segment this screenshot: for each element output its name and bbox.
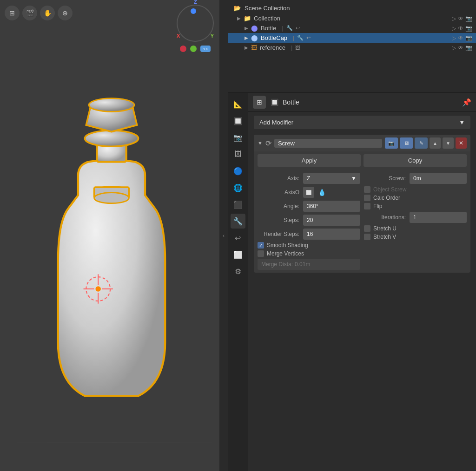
axiso-icon[interactable]: ⬜ — [303, 187, 314, 198]
steps-input[interactable]: 20 — [303, 215, 360, 226]
modifier-move-down-btn[interactable]: ▼ — [443, 137, 454, 149]
merge-dista-label: Merge Dista: — [261, 261, 293, 268]
sidebar-icon-shader[interactable]: ⚙ — [231, 264, 245, 279]
collection-label: Collection — [254, 15, 280, 22]
svg-point-1 — [85, 131, 138, 147]
props-mode-dropdown[interactable]: ⊞ — [253, 96, 266, 109]
bottlecap-icon: ⬤ — [251, 34, 258, 41]
sidebar-icon-modifiers[interactable]: 🔧 — [231, 214, 245, 229]
add-modifier-label: Add Modifier — [259, 119, 293, 126]
bottle-curve-icon: ↩ — [296, 25, 300, 31]
dot-yx: YX — [200, 46, 211, 52]
object-screw-label: Object Screw — [373, 186, 406, 193]
axis-z-label: Z — [194, 0, 197, 5]
bottlecap-label: BottleCap — [261, 34, 287, 41]
screw-field-row: Screw: 0m — [364, 172, 467, 184]
sidebar-icon-scene[interactable]: 📐 — [231, 97, 245, 111]
outliner-item-reference[interactable]: ▶ 🖼 reference | 🖼 ▷ 👁 📷 — [228, 43, 476, 52]
stretch-u-checkbox[interactable] — [364, 225, 370, 232]
outliner-item-bottle[interactable]: ▶ ⬤ Bottle | 🔧 ↩ ▷ 👁 📷 — [228, 23, 476, 33]
copy-button[interactable]: Copy — [364, 154, 467, 167]
flip-checkbox[interactable] — [364, 203, 370, 209]
props-sidebar: 📐 🔲 📷 🖼 🔵 🌐 ⬛ 🔧 ↩ ⬜ ⚙ — [228, 93, 248, 471]
angle-input[interactable]: 360° — [303, 201, 360, 212]
svg-point-5 — [94, 193, 129, 203]
calc-order-label: Calc Order — [373, 195, 400, 201]
modifier-name-field[interactable]: Screw — [274, 139, 382, 148]
gizmo-blue-indicator — [191, 8, 196, 14]
props-object-icon: 🔲 — [269, 97, 280, 108]
stretch-u-label: Stretch U — [373, 225, 397, 232]
collection-select-icon: ▷ — [452, 15, 456, 22]
sidebar-icon-world[interactable]: 🌐 — [231, 180, 245, 195]
sidebar-icon-constraints[interactable]: ↩ — [231, 230, 245, 245]
modifier-edit-btn[interactable]: ✎ — [415, 137, 428, 149]
modifier-two-col: Axis: Z ▼ AxisO ⬜ — [258, 172, 467, 270]
sidebar-icon-particles[interactable]: ⬛ — [231, 197, 245, 212]
axis-dropdown[interactable]: Z ▼ — [303, 173, 360, 184]
flip-label: Flip — [373, 203, 382, 209]
smooth-shading-row[interactable]: ✓ Smooth Shading — [258, 242, 360, 249]
collection-view-icon: 👁 — [458, 15, 463, 22]
modifier-viewport-btn[interactable]: 🖥 — [400, 137, 413, 149]
sidebar-icon-image[interactable]: 🖼 — [231, 147, 245, 162]
sidebar-icon-object[interactable]: 🔲 — [231, 113, 245, 128]
stretch-v-row[interactable]: Stretch V — [364, 234, 467, 240]
iterations-value: 1 — [413, 214, 416, 221]
reference-select-icon: ▷ — [452, 45, 456, 51]
bottle-modifier-icon: 🔧 — [286, 25, 293, 31]
zoom-tool-button[interactable]: ⊕ — [58, 6, 73, 20]
iterations-input[interactable]: 1 — [410, 212, 467, 223]
merge-vertices-row[interactable]: Merge Vertices — [258, 250, 360, 257]
modifier-actions-row: Apply Copy — [254, 151, 470, 170]
screw-input[interactable]: 0m — [410, 173, 467, 184]
merge-vertices-checkbox[interactable] — [258, 250, 264, 257]
modifier-render-btn[interactable]: 📷 — [385, 137, 398, 149]
modifier-move-up-btn[interactable]: ▲ — [430, 137, 441, 149]
calc-order-row[interactable]: Calc Order — [364, 195, 467, 201]
bottlecap-render-icon: 📷 — [465, 35, 472, 41]
collection-render-icon: 📷 — [465, 15, 472, 22]
sidebar-icon-data[interactable]: ⬜ — [231, 247, 245, 262]
render-steps-input[interactable]: 16 — [303, 229, 360, 240]
viewport-collapse-arrow[interactable]: ‹ — [219, 0, 228, 471]
bottle-icon: ⬤ — [251, 25, 258, 32]
grid-toggle-button[interactable]: ⊞ — [5, 6, 20, 20]
modifier-fields: Axis: Z ▼ AxisO ⬜ — [254, 170, 470, 273]
axis-field-row: Axis: Z ▼ — [258, 172, 360, 184]
stretch-u-row[interactable]: Stretch U — [364, 225, 467, 232]
object-screw-checkbox[interactable] — [364, 186, 370, 193]
calc-order-checkbox[interactable] — [364, 195, 370, 201]
svg-point-7 — [95, 286, 101, 292]
modifier-col-right: Screw: 0m Object Screw — [364, 172, 467, 270]
object-screw-row[interactable]: Object Screw — [364, 186, 467, 193]
stretch-v-checkbox[interactable] — [364, 234, 370, 240]
sidebar-icon-material[interactable]: 🔵 — [231, 164, 245, 178]
pan-tool-button[interactable]: ✋ — [40, 6, 55, 20]
render-mode-button[interactable]: 🎬 — [22, 6, 37, 20]
steps-value: 20 — [307, 217, 313, 223]
angle-field-row: Angle: 360° — [258, 200, 360, 212]
viewport-toolbar: ⊞ 🎬 ✋ ⊕ — [5, 6, 73, 20]
flip-row[interactable]: Flip — [364, 203, 467, 209]
bottle-render-icon: 📷 — [465, 25, 472, 32]
bottlecap-select-icon: ▷ — [452, 35, 456, 41]
dot-y — [190, 46, 197, 52]
modifier-collapse-arrow[interactable]: ▼ — [258, 140, 263, 146]
smooth-shading-checkbox[interactable]: ✓ — [258, 242, 264, 249]
outliner-item-collection[interactable]: ▶ 📁 Collection ▷ 👁 📷 — [228, 13, 476, 23]
gizmo-dots: YX — [172, 46, 218, 52]
merge-dista-field: Merge Dista: 0.01m — [258, 259, 360, 270]
eyedropper-button[interactable]: 💧 — [316, 187, 327, 198]
add-modifier-chevron: ▼ — [459, 119, 465, 126]
props-pin-button[interactable]: 📌 — [462, 98, 471, 107]
modifier-delete-btn[interactable]: ✕ — [456, 137, 467, 149]
add-modifier-button[interactable]: Add Modifier ▼ — [254, 116, 470, 129]
sidebar-icon-camera[interactable]: 📷 — [231, 130, 245, 145]
apply-button[interactable]: Apply — [258, 154, 361, 167]
outliner: 📂 Scene Collection ▶ 📁 Collection ▷ 👁 📷 … — [228, 0, 476, 93]
axis-label: Axis: — [258, 175, 299, 182]
collection-actions: ▷ 👁 📷 — [452, 15, 476, 22]
render-steps-label: Render Steps: — [258, 231, 299, 237]
outliner-item-bottlecap[interactable]: ▶ ⬤ BottleCap | 🔧 ↩ ▷ 👁 📷 — [228, 33, 476, 43]
